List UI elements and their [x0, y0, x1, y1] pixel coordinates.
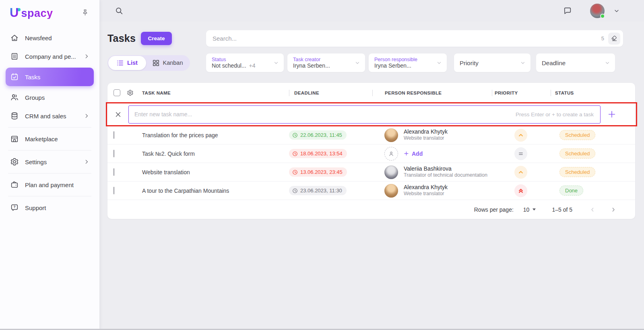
- sidebar-item-support[interactable]: ? Support: [6, 198, 94, 217]
- wallet-icon: [10, 180, 19, 189]
- person-role: Translator of technical documentation: [404, 172, 487, 179]
- status-badge: Scheduled: [559, 130, 595, 140]
- filter-person-responsible[interactable]: Person responsible Iryna Serben...: [369, 54, 447, 72]
- sidebar-item-plan-payment[interactable]: Plan and payment: [6, 175, 94, 194]
- table-header: TASK NAME DEADLINE PERSON RESPONSIBLE PR…: [107, 83, 635, 103]
- sidebar-item-label: Newsfeed: [25, 35, 52, 41]
- table-row[interactable]: A tour to the Carpathian Mountains 23.06…: [107, 181, 635, 200]
- previous-page-icon[interactable]: [589, 206, 596, 213]
- add-responsible-button[interactable]: Add: [404, 151, 423, 157]
- global-search-icon[interactable]: [115, 6, 124, 15]
- column-header-person-responsible[interactable]: PERSON RESPONSIBLE: [372, 83, 492, 103]
- row-checkbox[interactable]: [114, 131, 114, 139]
- tab-kanban-view[interactable]: Kanban: [146, 56, 189, 70]
- person-name[interactable]: Valeriia Bashkirova: [404, 165, 487, 173]
- chevron-down-icon[interactable]: [613, 8, 620, 14]
- clock-icon: [292, 151, 298, 157]
- help-chat-icon: ?: [10, 203, 19, 212]
- select-all-checkbox[interactable]: [114, 89, 120, 96]
- tab-label: Kanban: [163, 60, 183, 66]
- user-avatar[interactable]: [590, 4, 605, 18]
- priority-high-icon[interactable]: [514, 166, 527, 179]
- divider: [8, 173, 91, 173]
- column-header-deadline[interactable]: DEADLINE: [289, 83, 372, 103]
- eraser-icon: [611, 35, 618, 42]
- priority-urgent-icon[interactable]: [514, 184, 527, 197]
- table-row[interactable]: Translation for the prices page 22.06.20…: [107, 126, 635, 144]
- row-checkbox[interactable]: [114, 187, 114, 194]
- sidebar-item-settings[interactable]: Settings: [6, 153, 94, 171]
- main-content: Tasks Create 5: [99, 22, 644, 330]
- filter-value: Not schedul...+4: [212, 63, 270, 68]
- sidebar-item-groups[interactable]: Groups: [6, 88, 94, 107]
- person-icon: [388, 150, 395, 157]
- sidebar-item-newsfeed[interactable]: Newsfeed: [6, 29, 94, 47]
- empty-avatar-placeholder[interactable]: [384, 147, 398, 161]
- task-search-bar: 5: [206, 30, 623, 47]
- filter-priority[interactable]: Priority: [454, 54, 530, 72]
- sidebar-item-tasks[interactable]: Tasks: [6, 68, 94, 86]
- search-input[interactable]: [213, 35, 601, 42]
- person-name[interactable]: Alexandra Khytyk: [404, 184, 448, 191]
- tasks-table: TASK NAME DEADLINE PERSON RESPONSIBLE PR…: [107, 83, 635, 219]
- next-page-icon[interactable]: [610, 206, 617, 213]
- task-name[interactable]: Website translation: [142, 169, 289, 175]
- uspacy-logo[interactable]: U spacy: [10, 6, 53, 19]
- view-toggle: List Kanban: [107, 55, 190, 71]
- chevron-down-icon: [436, 60, 442, 66]
- avatar[interactable]: [384, 165, 398, 179]
- task-name[interactable]: A tour to the Carpathian Mountains: [142, 188, 289, 194]
- clear-search-button[interactable]: [608, 33, 620, 45]
- sidebar-item-crm[interactable]: CRM and sales: [6, 107, 94, 125]
- sidebar-item-marketplace[interactable]: Marketplace: [6, 130, 94, 148]
- chat-icon[interactable]: [563, 6, 572, 15]
- filter-deadline[interactable]: Deadline: [536, 54, 615, 72]
- close-icon[interactable]: [107, 111, 128, 118]
- row-checkbox[interactable]: [114, 168, 114, 176]
- priority-medium-icon[interactable]: [514, 147, 527, 160]
- sidebar-item-company[interactable]: Company and pe...: [6, 47, 94, 66]
- tab-list-view[interactable]: List: [108, 56, 146, 70]
- divider: [8, 196, 91, 196]
- svg-text:?: ?: [13, 205, 15, 209]
- filter-status[interactable]: Status Not schedul...+4: [206, 54, 284, 72]
- avatar[interactable]: [384, 128, 398, 142]
- clock-icon: [292, 169, 298, 175]
- table-row[interactable]: Task №2. Quick form 18.06.2023, 13:54 Ad…: [107, 144, 635, 163]
- new-task-name-input[interactable]: [129, 106, 600, 123]
- rows-per-page-select[interactable]: 10: [523, 206, 536, 213]
- create-button[interactable]: Create: [141, 32, 172, 45]
- table-settings-gear-icon[interactable]: [127, 89, 134, 96]
- kanban-grid-icon: [153, 60, 159, 66]
- person-role: Website translator: [404, 191, 448, 197]
- person-role: Website translator: [404, 135, 448, 142]
- row-checkbox[interactable]: [114, 150, 114, 157]
- column-header-priority[interactable]: PRIORITY: [492, 83, 551, 103]
- task-name[interactable]: Translation for the prices page: [142, 132, 289, 138]
- new-task-row: Press Enter or + to create a task: [107, 103, 635, 126]
- pin-icon[interactable]: [81, 9, 89, 16]
- add-task-plus-button[interactable]: [601, 110, 623, 119]
- avatar[interactable]: [384, 184, 398, 198]
- building-icon: [10, 52, 19, 61]
- filter-label: Person responsible: [374, 57, 433, 62]
- logo-text: spacy: [21, 8, 53, 19]
- person-name[interactable]: Alexandra Khytyk: [404, 128, 448, 136]
- priority-high-icon[interactable]: [514, 129, 527, 142]
- clock-icon: [292, 132, 298, 138]
- filter-label: Priority: [460, 60, 517, 66]
- filter-task-creator[interactable]: Task creator Iryna Serben...: [287, 54, 365, 72]
- dropdown-caret-icon: [533, 208, 536, 210]
- sidebar-item-label: CRM and sales: [25, 113, 66, 120]
- plus-icon: [404, 151, 409, 156]
- filter-extra-count: +4: [249, 62, 256, 69]
- table-pagination: Rows per page: 10 1–5 of 5: [107, 200, 635, 219]
- gear-icon: [10, 157, 19, 166]
- column-header-task-name[interactable]: TASK NAME: [142, 83, 289, 103]
- task-name[interactable]: Task №2. Quick form: [142, 151, 289, 157]
- filter-label: Task creator: [293, 57, 351, 62]
- database-icon: [10, 111, 19, 120]
- status-badge: Scheduled: [559, 148, 595, 159]
- column-header-status[interactable]: STATUS: [551, 83, 635, 103]
- table-row[interactable]: Website translation 13.06.2023, 23:45 Va…: [107, 163, 635, 181]
